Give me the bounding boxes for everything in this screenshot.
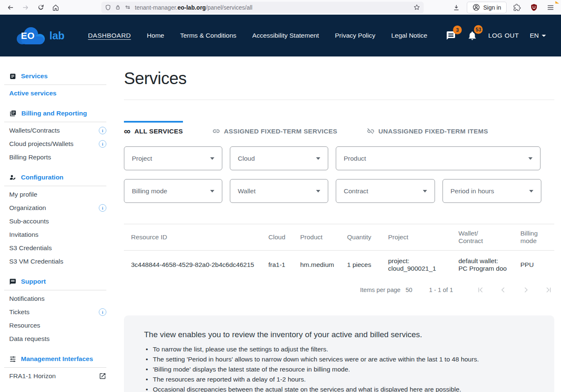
sidebar-item-billing-reports[interactable]: Billing Reports (9, 151, 106, 164)
sidebar-header-label: Support (21, 278, 46, 285)
tab-unassigned-fixed-term-items[interactable]: UNASSIGNED FIXED-TERM ITEMS (367, 121, 488, 135)
back-button[interactable] (4, 2, 17, 13)
permissions-icon[interactable] (124, 4, 131, 11)
items-per-page-select[interactable]: 50 (406, 287, 412, 293)
extensions-button[interactable] (511, 2, 523, 13)
next-page-button[interactable] (520, 284, 532, 296)
lock-icon[interactable] (115, 4, 121, 10)
tab-all-services[interactable]: ∞ ALL SERVICES (124, 121, 183, 135)
link-icon (212, 127, 220, 135)
table-row: 3c448844-4658-4529-82a0-2b4c6dc46215 fra… (124, 251, 554, 279)
dropdown-label: Wallet (238, 187, 256, 195)
tabs: ∞ ALL SERVICES ASSIGNED FIXED-TERM SERVI… (124, 121, 554, 135)
downloads-button[interactable] (450, 2, 463, 13)
sidebar-item-my-profile[interactable]: My profile (9, 188, 106, 201)
logout-button[interactable]: LOG OUT (488, 32, 519, 39)
hamburger-menu-icon (547, 4, 554, 11)
all-inclusive-icon: ∞ (124, 128, 131, 134)
dropdown-label: Billing mode (132, 187, 167, 195)
sidebar-item-resources[interactable]: Resources (9, 319, 106, 332)
sidebar-item-data-requests[interactable]: Data requests (9, 332, 106, 346)
sign-in-label: Sign in (483, 4, 501, 11)
info-icon[interactable]: i (99, 140, 106, 148)
logo-eo-text: EO (21, 31, 35, 41)
sidebar-item-notifications[interactable]: Notifications (9, 292, 106, 305)
services-table: Resource ID Cloud Product Quantity Proje… (124, 224, 554, 279)
info-bullet: To narrow the list, please use the setti… (144, 344, 534, 354)
reload-button[interactable] (34, 2, 47, 13)
sidebar-item-fra1-1-horizon[interactable]: FRA1-1 Horizon (9, 369, 106, 383)
forward-button[interactable] (19, 2, 32, 13)
url-text: tenant-manager.eo-lab.org/panel/services… (135, 4, 410, 11)
sidebar-section-services: Services Active services (9, 72, 106, 100)
first-page-button[interactable] (475, 284, 486, 296)
tab-assigned-fixed-term-services[interactable]: ASSIGNED FIXED-TERM SERVICES (212, 121, 337, 135)
sidebar-section-billing: Billing and Reporting Wallets/Contracts … (9, 109, 106, 164)
info-bullet: The setting 'Period in hours' allows to … (144, 354, 534, 364)
sidebar-item-label: Tickets (9, 308, 30, 316)
sidebar-item-cloud-projects-wallets[interactable]: Cloud projects/Wallets i (9, 137, 106, 151)
eolab-logo[interactable]: EO lab (15, 26, 64, 46)
messages-button[interactable]: 3 (445, 31, 456, 41)
menu-dashboard[interactable]: DASHBOARD (88, 32, 131, 39)
chevron-down-icon (210, 190, 214, 192)
sidebar-item-active-services[interactable]: Active services (9, 87, 106, 100)
management-interfaces-icon (9, 356, 16, 363)
ublock-shield-icon (530, 3, 538, 11)
menu-accessibility[interactable]: Accessibility Statement (252, 32, 319, 39)
previous-page-button[interactable] (497, 284, 509, 296)
product-filter-dropdown[interactable]: Product (336, 146, 540, 170)
contract-filter-dropdown[interactable]: Contract (336, 179, 435, 203)
ublock-button[interactable] (528, 2, 540, 13)
language-value: EN (530, 32, 539, 39)
sidebar-item-s3-credentials[interactable]: S3 Credentials (9, 241, 106, 255)
column-header-billing-mode: Billing mode (513, 224, 554, 251)
notifications-button[interactable]: 53 (467, 30, 477, 41)
divider (4, 122, 106, 122)
cell-resource-id: 3c448844-4658-4529-82a0-2b4c6dc46215 (124, 251, 261, 279)
cell-project: project: cloud_900021_1 (381, 251, 451, 279)
bookmark-star-icon[interactable] (413, 4, 420, 11)
chevron-down-icon (316, 157, 320, 160)
sidebar-item-label: Organization (9, 204, 46, 212)
info-icon[interactable]: i (99, 204, 106, 212)
wallet-filter-dropdown[interactable]: Wallet (230, 179, 328, 203)
sidebar-item-organization[interactable]: Organization i (9, 201, 106, 215)
menu-legal[interactable]: Legal Notice (391, 32, 427, 39)
sidebar-item-s3-vm-credentials[interactable]: S3 VM Credentials (9, 255, 106, 268)
sidebar-item-label: My profile (9, 191, 37, 198)
menu-terms[interactable]: Terms & Conditions (180, 32, 236, 39)
project-filter-dropdown[interactable]: Project (124, 146, 222, 170)
info-icon[interactable]: i (99, 308, 106, 316)
logo-lab-text: lab (49, 30, 64, 42)
external-link-icon[interactable] (99, 372, 106, 380)
sidebar-section-configuration: Configuration My profile Organization i … (9, 173, 106, 268)
home-button[interactable] (49, 2, 62, 13)
browser-menu-button[interactable] (544, 2, 557, 13)
divider (4, 85, 106, 85)
shield-icon[interactable] (105, 4, 111, 11)
sidebar-item-wallets-contracts[interactable]: Wallets/Contracts i (9, 124, 106, 137)
sign-in-button[interactable]: Sign in (467, 2, 507, 13)
billing-mode-filter-dropdown[interactable]: Billing mode (124, 179, 222, 203)
sidebar-item-label: S3 VM Credentials (9, 258, 63, 265)
sidebar-item-invitations[interactable]: Invitations (9, 228, 106, 241)
menu-home[interactable]: Home (147, 32, 164, 39)
info-icon[interactable]: i (99, 127, 106, 134)
sidebar: Services Active services Billing and Rep… (0, 56, 117, 392)
sidebar-item-sub-accounts[interactable]: Sub-accounts (9, 215, 106, 228)
info-box: The view enables you to review the inven… (124, 315, 554, 392)
sidebar-item-tickets[interactable]: Tickets i (9, 305, 106, 319)
dropdown-label: Cloud (238, 155, 255, 162)
table-header-row: Resource ID Cloud Product Quantity Proje… (124, 224, 554, 251)
language-selector[interactable]: EN (530, 32, 546, 39)
menu-privacy[interactable]: Privacy Policy (335, 32, 375, 39)
sidebar-item-label: Cloud projects/Wallets (9, 140, 74, 148)
last-page-button[interactable] (543, 284, 554, 296)
messages-count-badge: 3 (453, 26, 462, 34)
info-bullet: The resources are reported with a delay … (144, 374, 534, 384)
cloud-filter-dropdown[interactable]: Cloud (230, 146, 328, 170)
url-bar[interactable]: tenant-manager.eo-lab.org/panel/services… (101, 2, 424, 13)
period-filter-dropdown[interactable]: Period in hours (443, 179, 541, 203)
page: tenant-manager.eo-lab.org/panel/services… (0, 0, 561, 392)
